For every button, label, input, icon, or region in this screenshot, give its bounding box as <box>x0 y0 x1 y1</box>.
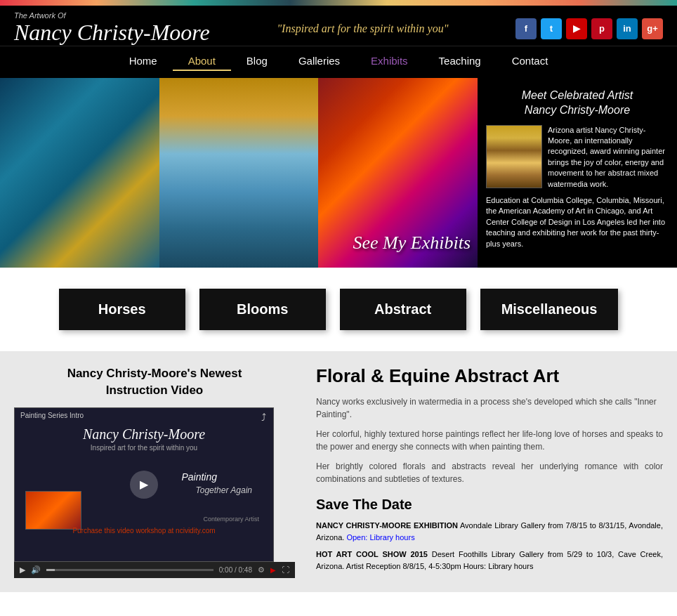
hero-image-horses <box>0 78 159 268</box>
video-together-label: Together Again <box>195 485 252 495</box>
artist-bio-long: Education at Columbia College, Columbia,… <box>486 195 669 249</box>
hero-images: See My Exhibits <box>0 78 478 268</box>
video-label: Painting Series Intro <box>20 412 84 419</box>
share-icon[interactable]: ⤴ <box>261 412 266 423</box>
nav-blog[interactable]: Blog <box>231 52 283 71</box>
volume-icon[interactable]: 🔊 <box>31 565 41 575</box>
nav-contact[interactable]: Contact <box>497 52 564 71</box>
gallery-abstract-button[interactable]: Abstract <box>340 289 466 330</box>
video-section: Nancy Christy-Moore's NewestInstruction … <box>14 365 295 578</box>
video-player: Painting Series Intro ⤴ Nancy Christy-Mo… <box>14 407 274 562</box>
nav-exhibits[interactable]: Exhibits <box>355 52 423 71</box>
youtube-icon[interactable]: ▶ <box>566 18 587 39</box>
nav-teaching[interactable]: Teaching <box>423 52 497 71</box>
artist-photo <box>486 125 542 188</box>
nav-home[interactable]: Home <box>114 52 173 71</box>
hero-artist-title: Meet Celebrated ArtistNancy Christy-Moor… <box>486 89 669 118</box>
tagline: "Inspired art for the spirit within you" <box>210 22 515 35</box>
video-subtitle-overlay: Inspired art for the spirit within you <box>15 444 273 452</box>
exhibits-cta-overlay[interactable]: See My Exhibits <box>353 232 471 254</box>
video-painting-label: Painting <box>181 471 217 483</box>
top-color-strip <box>0 0 677 6</box>
event1-name: NANCY CHRISTY-MOORE EXHIBITION <box>316 521 458 530</box>
video-play-button[interactable]: ▶ <box>130 471 158 499</box>
logo-title: Nancy Christy-Moore <box>14 20 210 46</box>
hero-info-inner: Arizona artist Nancy Christy-Moore, an i… <box>486 125 669 190</box>
googleplus-icon[interactable]: g+ <box>642 18 663 39</box>
nav-about[interactable]: About <box>173 52 231 71</box>
twitter-icon[interactable]: t <box>541 18 562 39</box>
save-date-heading: Save The Date <box>316 497 663 513</box>
youtube-player-icon: ▶ <box>270 566 276 574</box>
hero-image-abstract: See My Exhibits <box>318 78 478 268</box>
gallery-blooms-button[interactable]: Blooms <box>199 289 326 330</box>
hero-image-artist <box>159 78 319 268</box>
site-header: The Artwork Of Nancy Christy-Moore "Insp… <box>0 6 677 46</box>
facebook-icon[interactable]: f <box>515 18 537 39</box>
video-controls-bar: ▶ 🔊 0:00 / 0:48 ⚙ ▶ ⛶ <box>14 562 295 578</box>
gallery-miscellaneous-button[interactable]: Miscellaneous <box>480 289 619 330</box>
event2-name: HOT ART COOL SHOW 2015 <box>316 550 428 558</box>
linkedin-icon[interactable]: in <box>617 18 638 39</box>
artist-bio-short: Arizona artist Nancy Christy-Moore, an i… <box>548 125 669 190</box>
bottom-section: Nancy Christy-Moore's NewestInstruction … <box>0 351 677 592</box>
video-purchase-text: Purchase this video workshop at ncividit… <box>15 527 273 535</box>
event-1: NANCY CHRISTY-MOORE EXHIBITION Avondale … <box>316 520 663 543</box>
content-paragraph-3: Her brightly colored florals and abstrac… <box>316 460 663 485</box>
pinterest-icon[interactable]: p <box>591 18 612 39</box>
content-paragraph-1: Nancy works exclusively in watermedia in… <box>316 395 663 421</box>
event1-link[interactable]: Open: Library hours <box>346 533 414 542</box>
hero-section: See My Exhibits Meet Celebrated ArtistNa… <box>0 78 677 268</box>
gallery-horses-button[interactable]: Horses <box>59 289 185 330</box>
logo-subtitle: The Artwork Of <box>14 11 66 20</box>
video-contemporary-label: Contemporary Artist <box>203 516 259 523</box>
video-section-title: Nancy Christy-Moore's NewestInstruction … <box>14 365 295 399</box>
time-progress-bar[interactable] <box>46 569 213 571</box>
gallery-buttons-section: Horses Blooms Abstract Miscellaneous <box>0 268 677 351</box>
settings-icon[interactable]: ⚙ <box>258 565 265 575</box>
time-display: 0:00 / 0:48 <box>219 566 252 574</box>
event-2: HOT ART COOL SHOW 2015 Desert Foothills … <box>316 549 663 572</box>
content-title: Floral & Equine Abstract Art <box>316 365 663 387</box>
nav-galleries[interactable]: Galleries <box>283 52 355 71</box>
content-paragraph-2: Her colorful, highly textured horse pain… <box>316 428 663 453</box>
content-section: Floral & Equine Abstract Art Nancy works… <box>316 365 663 578</box>
video-title-overlay: Nancy Christy-Moore <box>15 426 273 443</box>
fullscreen-icon[interactable]: ⛶ <box>282 565 289 574</box>
play-pause-button[interactable]: ▶ <box>20 565 25 575</box>
logo-area: The Artwork Of Nancy Christy-Moore <box>14 11 210 46</box>
social-icons-bar: f t ▶ p in g+ <box>515 18 663 39</box>
video-thumbnail <box>25 491 81 530</box>
main-nav: Home About Blog Galleries Exhibits Teach… <box>0 46 677 78</box>
hero-info-panel: Meet Celebrated ArtistNancy Christy-Moor… <box>478 78 677 268</box>
time-progress-fill <box>46 569 55 571</box>
